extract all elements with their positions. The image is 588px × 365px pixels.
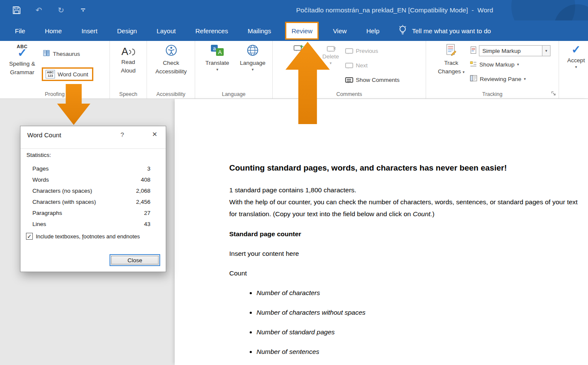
spelling-label-line2: Grammar <box>10 69 35 76</box>
group-label-comments: Comments <box>273 91 426 97</box>
read-aloud-button[interactable]: A Read Aloud <box>114 44 143 74</box>
stat-value: 2,456 <box>136 199 150 205</box>
table-row: Words 408 <box>20 174 166 185</box>
table-row: Lines 43 <box>20 218 166 229</box>
doc-italic-count: Count. <box>413 210 432 217</box>
svg-text:a: a <box>213 46 216 52</box>
translate-button[interactable]: aA Translate ▾ <box>200 44 234 72</box>
track-changes-label-line1: Track <box>444 59 458 67</box>
show-comments-button[interactable]: Show Comments <box>345 77 400 83</box>
new-comment-icon: + <box>294 45 302 51</box>
customize-quick-access-icon[interactable]: ▾ <box>78 6 88 15</box>
table-row: Characters (with spaces) 2,456 <box>20 196 166 207</box>
reviewing-pane-button[interactable]: Reviewing Pane ▾ <box>470 75 526 83</box>
doc-heading: Counting standard pages, words, and char… <box>229 163 579 173</box>
tab-references[interactable]: References <box>190 20 233 41</box>
thesaurus-label: Thesaurus <box>53 51 80 57</box>
doc-paragraph-1: 1 standard page contains 1,800 character… <box>229 184 579 196</box>
translate-icon: aA <box>210 44 224 58</box>
spelling-label-line1: Spelling & <box>9 60 35 67</box>
redo-icon[interactable]: ↻ <box>56 6 66 15</box>
word-count-icon: ABC123 <box>46 70 55 78</box>
window-title: Počítadlo normostrán_na preklad_EN [Comp… <box>296 0 493 20</box>
track-changes-icon <box>446 43 457 58</box>
group-speech: A Read Aloud Speech <box>110 41 147 98</box>
doc-subheading: Standard page counter <box>229 228 579 240</box>
delete-comment-label: Delete <box>322 53 339 60</box>
language-globe-icon <box>247 44 259 58</box>
doc-count-line: Count <box>229 267 579 279</box>
display-for-review-combobox[interactable]: Simple Markup ▾ <box>479 45 551 56</box>
tab-help[interactable]: Help <box>361 20 385 41</box>
group-changes: ✓ Accept ▾ <box>559 41 588 98</box>
check-accessibility-button[interactable]: Check Accessibility <box>150 44 192 75</box>
tab-home[interactable]: Home <box>39 20 67 41</box>
dialog-close-icon[interactable]: ✕ <box>150 130 160 138</box>
group-tracking: Track Changes ▾ Simple Markup ▾ Show Mar… <box>426 41 559 98</box>
list-item: Number of sentences <box>257 346 579 358</box>
next-comment-button[interactable]: Next <box>345 62 368 69</box>
show-markup-button[interactable]: Show Markup ▾ <box>470 61 519 69</box>
display-for-review-row: Simple Markup ▾ <box>470 45 551 56</box>
stat-value: 2,068 <box>136 188 150 194</box>
stat-value: 408 <box>141 177 150 183</box>
stat-label: Characters (with spaces) <box>32 199 136 205</box>
group-label-proofing: Proofing <box>0 91 110 97</box>
tab-review[interactable]: Review <box>285 22 319 40</box>
tell-me-box[interactable]: Tell me what you want to do <box>398 20 491 41</box>
ribbon: ABC✓ Spelling & Grammar Thesaurus ABC123… <box>0 41 588 99</box>
previous-comment-button[interactable]: Previous <box>345 48 378 54</box>
stat-value: 27 <box>144 210 150 216</box>
accept-label: Accept <box>567 57 585 64</box>
checkbox-checked-icon[interactable]: ✓ <box>26 233 33 240</box>
tab-layout[interactable]: Layout <box>151 20 181 41</box>
stat-label: Paragraphs <box>32 210 144 216</box>
stat-label: Words <box>32 177 141 183</box>
read-aloud-label-line2: Aloud <box>121 67 136 74</box>
language-button[interactable]: Language ▾ <box>237 44 268 72</box>
spelling-grammar-button[interactable]: ABC✓ Spelling & Grammar <box>4 44 40 76</box>
next-comment-icon <box>345 63 353 68</box>
accept-check-icon: ✓ <box>571 43 581 55</box>
doc-bullet-list: Number of characters Number of character… <box>229 287 579 358</box>
show-comments-icon <box>345 77 353 83</box>
svg-text:A: A <box>218 49 222 55</box>
tab-file[interactable]: File <box>9 20 31 41</box>
delete-comment-icon: ✕ <box>327 46 335 52</box>
list-item: Number of characters without spaces <box>257 307 579 319</box>
markup-dropdown-button[interactable]: ▾ <box>542 46 550 56</box>
undo-icon[interactable]: ↶ <box>34 6 43 15</box>
translate-caret-icon: ▾ <box>216 68 219 72</box>
accept-button[interactable]: ✓ Accept ▾ <box>564 43 588 69</box>
tab-mailings[interactable]: Mailings <box>242 20 277 41</box>
include-textboxes-checkbox[interactable]: ✓ Include textboxes, footnotes and endno… <box>26 233 140 240</box>
document-page[interactable]: Counting standard pages, words, and char… <box>175 99 588 365</box>
word-count-dialog: Word Count ? ✕ Statistics: Pages 3 Words… <box>20 126 166 272</box>
previous-comment-icon <box>345 48 353 54</box>
accept-caret-icon: ▾ <box>575 65 577 69</box>
quick-access-toolbar: ↶ ↻ ▾ <box>12 0 88 20</box>
reviewing-pane-label: Reviewing Pane <box>480 76 522 82</box>
group-language: aA Translate ▾ Language ▾ Language <box>195 41 273 98</box>
statistics-label: Statistics: <box>26 152 51 158</box>
word-count-button[interactable]: ABC123 Word Count <box>42 67 93 81</box>
list-item: Number of standard pages <box>257 326 579 338</box>
save-icon[interactable] <box>12 6 21 15</box>
language-label: Language <box>240 59 265 67</box>
track-changes-button[interactable]: Track Changes ▾ <box>438 43 464 75</box>
document-content: Counting standard pages, words, and char… <box>229 163 579 365</box>
close-button[interactable]: Close <box>110 254 160 266</box>
tab-insert[interactable]: Insert <box>76 20 103 41</box>
dialog-title[interactable]: Word Count <box>27 131 61 139</box>
tab-view[interactable]: View <box>327 20 352 41</box>
table-row: Characters (no spaces) 2,068 <box>20 185 166 196</box>
check-accessibility-label-line1: Check <box>163 59 179 67</box>
spelling-check-icon: ABC✓ <box>17 44 27 59</box>
dialog-help-icon[interactable]: ? <box>118 131 127 138</box>
accessibility-person-icon <box>165 44 177 58</box>
list-item: Number of characters <box>257 287 579 299</box>
dialog-separator <box>20 148 166 149</box>
tab-design[interactable]: Design <box>112 20 143 41</box>
previous-comment-label: Previous <box>356 48 378 54</box>
thesaurus-button[interactable]: Thesaurus <box>43 49 80 58</box>
